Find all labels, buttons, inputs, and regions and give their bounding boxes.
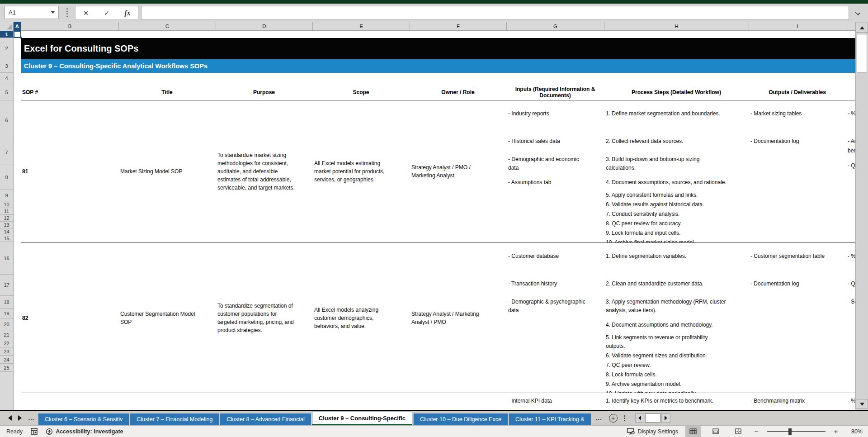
page-break-view-button[interactable] [731,426,746,437]
header-outputs[interactable]: Outputs / Deliverables [749,84,846,100]
cell-scope[interactable]: All Excel models estimating market poten… [312,100,410,242]
row-header-20[interactable]: 20 [0,318,13,330]
zoom-in-button[interactable]: + [833,428,839,435]
cell-owner[interactable]: Strategy Analyst / PMO / Marketing Analy… [410,100,506,242]
row-header-3[interactable]: 3 [0,59,13,73]
cell-outputs[interactable]: - Customer segmentation table- Documenta… [749,243,846,393]
cluster-banner[interactable]: Cluster 9 – Consulting-Specific Analytic… [21,59,855,73]
zoom-slider-thumb[interactable] [788,428,792,435]
cell-inputs[interactable]: - Internal KPI data [506,393,604,410]
cell-purpose[interactable]: To standardize market sizing methodologi… [216,100,312,242]
cell-outputs[interactable]: - Benchmarking matrix [749,393,846,410]
column-header-G[interactable]: G [507,22,604,31]
next-sheet-icon[interactable] [18,415,22,421]
column-header-E[interactable]: E [313,22,410,31]
scroll-left-icon[interactable] [635,413,644,423]
column-header-H[interactable]: H [604,22,749,31]
row-header-23[interactable]: 23 [0,347,13,356]
tabs-overflow-right[interactable]: … [596,416,603,420]
select-all-corner[interactable] [0,22,14,31]
cell-owner[interactable]: Strategy Analyst / Marketing Analyst / P… [410,243,506,393]
name-box[interactable]: A1 [5,6,59,19]
cancel-icon[interactable]: × [79,8,93,18]
row-header-12[interactable]: 12 [0,215,13,222]
header-sop[interactable]: SOP # [21,84,118,100]
row-header-25[interactable]: 25 [0,364,13,372]
row-header-21[interactable]: 21 [0,330,13,339]
header-steps[interactable]: Process Steps (Detailed Workflow) [604,84,749,100]
cell-extra-clipped[interactable]: - %- QC- Se [846,243,855,393]
cell-inputs[interactable]: - Industry reports- Historical sales dat… [506,100,604,242]
row-header-6[interactable]: 6 [0,100,13,140]
formula-input[interactable] [141,6,849,20]
tab-cluster-10[interactable]: Cluster 10 – Due Diligence Exce [413,413,508,425]
accessibility-status[interactable]: Accessibility: Investigate [46,428,123,435]
selected-cell-a1[interactable] [14,31,21,38]
cell-scope[interactable] [312,393,410,410]
cell-owner[interactable] [410,393,506,410]
row-header-5[interactable]: 5 [0,84,13,100]
sheet-title-banner[interactable]: Excel for Consulting SOPs [21,38,855,59]
cell-sop-id[interactable]: 81 [21,100,118,242]
row-header-11[interactable]: 11 [0,208,13,215]
zoom-level[interactable]: 80% [846,428,863,435]
macro-record-icon[interactable] [31,428,38,435]
cell-title[interactable] [118,393,216,410]
row-header-13[interactable]: 13 [0,222,13,228]
display-settings-button[interactable]: Display Settings [627,428,678,435]
header-inputs[interactable]: Inputs (Required Information & Documents… [506,84,604,100]
cell-inputs[interactable]: - Customer database- Transaction history… [506,243,604,393]
row-header-24[interactable]: 24 [0,356,13,364]
scroll-right-icon[interactable] [661,413,670,423]
tab-cluster-7[interactable]: Cluster 7 – Financial Modeling [130,413,219,425]
row-header-2[interactable]: 2 [0,38,13,59]
prev-sheet-icon[interactable] [8,415,12,421]
tab-cluster-9-active[interactable]: Cluster 9 – Consulting-Specific [312,412,412,425]
cell-outputs[interactable]: - Market sizing tables- Documentation lo… [749,100,846,242]
row-header-14[interactable]: 14 [0,228,13,235]
column-header-B[interactable]: B [21,22,119,31]
page-layout-view-button[interactable] [708,426,723,437]
scroll-down-icon[interactable] [856,399,868,409]
tab-cluster-11[interactable]: Cluster 11 – KPI Tracking & [509,413,591,425]
header-title[interactable]: Title [118,84,216,100]
tabs-overflow-left[interactable]: … [28,416,35,420]
cell-scope[interactable]: All Excel models analyzing customer demo… [312,243,410,393]
column-header-A[interactable]: A [14,22,21,31]
cell-sop-id[interactable] [21,393,118,410]
cell-sop-id[interactable]: 82 [21,243,118,393]
insert-function-icon[interactable]: fx [121,9,134,17]
cell-title[interactable]: Customer Segmentation Model SOP [118,243,216,393]
row-header-16[interactable]: 16 [0,242,13,275]
horizontal-scrollbar[interactable] [635,413,670,423]
row-header-8[interactable]: 8 [0,165,13,190]
header-purpose[interactable]: Purpose [216,84,312,100]
formula-bar-grip[interactable] [66,8,68,17]
formula-bar-expand-icon[interactable] [854,9,862,16]
cell-extra-clipped[interactable]: - %- Adben- QC [846,100,855,242]
column-header-F[interactable]: F [410,22,507,31]
cell-purpose[interactable]: To standardize segmentation of customer … [216,243,312,393]
tab-more-icon[interactable] [624,415,625,421]
row-header-17[interactable]: 17 [0,275,13,296]
scroll-up-icon[interactable] [856,23,868,33]
cell-steps[interactable]: 1. Define segmentation variables.2. Clea… [604,243,749,393]
row-header-4[interactable]: 4 [0,73,13,84]
header-scope[interactable]: Scope [312,84,410,100]
row-header-19[interactable]: 19 [0,309,13,318]
add-sheet-icon[interactable]: + [609,414,618,423]
vertical-scrollbar[interactable] [855,22,868,410]
horizontal-scrollbar-thumb[interactable] [645,413,660,423]
cell-extra-clipped[interactable]: - % [846,393,855,410]
enter-icon[interactable]: ✓ [100,9,113,17]
cell-steps[interactable]: 1. Identify key KPIs or metrics to bench… [604,393,749,410]
chevron-down-icon[interactable] [51,11,55,14]
row-header-15[interactable]: 15 [0,235,13,242]
vertical-scrollbar-thumb[interactable] [857,34,867,72]
row-header-10[interactable]: 10 [0,201,13,208]
normal-view-button[interactable] [685,426,701,437]
zoom-out-button[interactable]: − [753,428,760,435]
tab-cluster-6[interactable]: Cluster 6 – Scenario & Sensitiv [38,413,129,425]
tab-cluster-8[interactable]: Cluster 8 – Advanced Financial [220,413,311,425]
cell-steps[interactable]: 1. Define market segmentation and bounda… [604,100,749,242]
